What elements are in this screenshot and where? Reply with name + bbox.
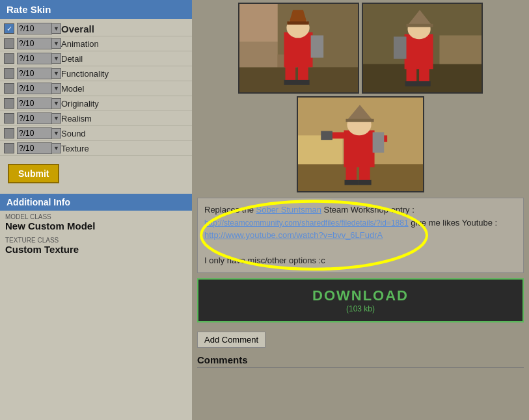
- svg-rect-23: [419, 67, 429, 83]
- functionality-select[interactable]: ?/101/102/103/10 4/105/106/10 7/108/109/…: [17, 68, 52, 79]
- svg-rect-32: [346, 119, 373, 122]
- svg-rect-33: [331, 132, 346, 138]
- download-button[interactable]: DOWNLOAD (103 kb): [197, 278, 524, 322]
- overall-arrow[interactable]: ▼: [52, 23, 61, 34]
- overall-label: Overall: [61, 23, 94, 34]
- model-select-wrapper: ?/101/102/103/10 4/105/106/10 7/108/109/…: [17, 83, 61, 94]
- animation-select[interactable]: ?/101/102/103/10 4/105/106/10 7/108/109/…: [17, 38, 52, 49]
- animation-arrow[interactable]: ▼: [52, 38, 61, 49]
- description-box: Replaces the Sober Stuntsman Steam Works…: [197, 198, 524, 273]
- add-comment-section: Add Comment: [197, 328, 524, 352]
- realism-label: Realism: [61, 114, 92, 124]
- detail-select[interactable]: ?/101/102/103/10 4/105/106/10 7/108/109/…: [17, 53, 52, 64]
- svg-rect-21: [394, 36, 407, 59]
- main-content: Replaces the Sober Stuntsman Steam Works…: [192, 0, 529, 420]
- rate-skin-header: Rate Skin: [0, 0, 192, 19]
- screenshot-3-image: [298, 98, 423, 191]
- description-text-3: give me likes Youtube :: [409, 218, 498, 228]
- additional-info-title: Additional Info: [7, 197, 70, 207]
- screenshot-1-image: [239, 4, 358, 92]
- originality-select[interactable]: ?/101/102/103/10 4/105/106/10 7/108/109/…: [17, 98, 52, 109]
- texture-select-wrapper: ?/101/102/103/10 4/105/106/10 7/108/109/…: [17, 142, 61, 154]
- model-class-label: MODEL CLASS: [0, 211, 192, 220]
- svg-rect-22: [407, 67, 417, 83]
- model-select[interactable]: ?/101/102/103/10 4/105/106/10 7/108/109/…: [17, 83, 52, 94]
- svg-rect-16: [439, 35, 482, 64]
- svg-rect-20: [407, 24, 433, 27]
- detail-label: Detail: [61, 54, 83, 64]
- animation-select-wrapper: ?/101/102/103/10 4/105/106/10 7/108/109/…: [17, 38, 61, 49]
- svg-rect-38: [359, 166, 370, 181]
- rating-row-functionality: ?/101/102/103/10 4/105/106/10 7/108/109/…: [0, 66, 192, 81]
- sound-select[interactable]: ?/101/102/103/10 4/105/106/10 7/108/109/…: [17, 127, 52, 139]
- download-section: DOWNLOAD (103 kb): [197, 278, 524, 322]
- misc-options-text: I only have misc/other options :c: [204, 256, 325, 265]
- svg-rect-37: [346, 166, 357, 181]
- detail-select-wrapper: ?/101/102/103/10 4/105/106/10 7/108/109/…: [17, 53, 61, 64]
- svg-rect-3: [239, 4, 278, 42]
- overall-select-wrapper: ?/10 1/102/103/10 4/105/106/10 7/108/109…: [17, 23, 61, 34]
- realism-arrow[interactable]: ▼: [52, 113, 61, 124]
- steam-link[interactable]: http://steamcommunity.com/sharedfiles/fi…: [204, 218, 409, 228]
- svg-rect-11: [298, 66, 308, 81]
- add-comment-button[interactable]: Add Comment: [197, 332, 265, 348]
- sound-select-wrapper: ?/101/102/103/10 4/105/106/10 7/108/109/…: [17, 127, 61, 139]
- originality-select-wrapper: ?/101/102/103/10 4/105/106/10 7/108/109/…: [17, 98, 61, 109]
- texture-arrow[interactable]: ▼: [52, 143, 61, 153]
- submit-button[interactable]: Submit: [8, 164, 59, 183]
- sound-arrow[interactable]: ▼: [52, 128, 61, 138]
- rating-row-sound: ?/101/102/103/10 4/105/106/10 7/108/109/…: [0, 126, 192, 141]
- animation-checkbox[interactable]: [4, 38, 14, 49]
- realism-checkbox[interactable]: [4, 113, 14, 124]
- sound-checkbox[interactable]: [4, 128, 14, 138]
- rating-row-detail: ?/101/102/103/10 4/105/106/10 7/108/109/…: [0, 51, 192, 66]
- functionality-label: Functionality: [61, 69, 109, 79]
- svg-rect-29: [344, 130, 375, 167]
- realism-select[interactable]: ?/101/102/103/10 4/105/106/10 7/108/109/…: [17, 112, 52, 124]
- texture-select[interactable]: ?/101/102/103/10 4/105/106/10 7/108/109/…: [17, 142, 52, 154]
- rating-row-overall: ✓ ?/10 1/102/103/10 4/105/106/10 7/108/1…: [0, 21, 192, 36]
- sidebar: Rate Skin ✓ ?/10 1/102/103/10 4/105/106/…: [0, 0, 192, 420]
- model-label: Model: [61, 84, 84, 94]
- animation-label: Animation: [61, 39, 99, 49]
- svg-rect-40: [358, 180, 372, 185]
- svg-rect-35: [321, 131, 332, 140]
- youtube-link[interactable]: http://www.youtube.com/watch?v=bvv_6LFud…: [204, 230, 383, 240]
- overall-select[interactable]: ?/10 1/102/103/10 4/105/106/10 7/108/109…: [17, 23, 52, 34]
- download-size: (103 kb): [206, 304, 515, 313]
- rating-row-texture: ?/101/102/103/10 4/105/106/10 7/108/109/…: [0, 141, 192, 156]
- model-arrow[interactable]: ▼: [52, 83, 61, 94]
- functionality-arrow[interactable]: ▼: [52, 68, 61, 79]
- additional-info-header: Additional Info: [0, 194, 192, 211]
- detail-checkbox[interactable]: [4, 53, 14, 64]
- rating-row-animation: ?/101/102/103/10 4/105/106/10 7/108/109/…: [0, 36, 192, 51]
- sober-stuntsman-link[interactable]: Sober Stuntsman: [256, 205, 321, 215]
- svg-rect-13: [297, 80, 310, 85]
- svg-rect-28: [298, 135, 343, 164]
- overall-checkbox[interactable]: ✓: [4, 23, 14, 34]
- screenshot-1: [238, 3, 359, 94]
- svg-rect-12: [284, 80, 297, 85]
- rating-row-model: ?/101/102/103/10 4/105/106/10 7/108/109/…: [0, 81, 192, 96]
- texture-class-label: TEXTURE CLASS: [0, 234, 192, 244]
- svg-rect-25: [418, 81, 431, 86]
- sound-label: Sound: [61, 129, 86, 138]
- svg-rect-17: [405, 34, 433, 69]
- screenshot-2: [362, 3, 483, 94]
- model-checkbox[interactable]: [4, 83, 14, 94]
- realism-select-wrapper: ?/101/102/103/10 4/105/106/10 7/108/109/…: [17, 112, 61, 124]
- functionality-checkbox[interactable]: [4, 68, 14, 79]
- svg-rect-10: [285, 66, 295, 81]
- texture-label: Texture: [61, 144, 89, 153]
- comments-title: Comments: [197, 354, 248, 365]
- originality-checkbox[interactable]: [4, 98, 14, 109]
- rate-skin-title: Rate Skin: [7, 4, 51, 15]
- download-label: DOWNLOAD: [312, 287, 409, 304]
- texture-checkbox[interactable]: [4, 143, 14, 153]
- rating-row-originality: ?/101/102/103/10 4/105/106/10 7/108/109/…: [0, 96, 192, 111]
- originality-arrow[interactable]: ▼: [52, 98, 61, 109]
- svg-rect-8: [287, 21, 308, 25]
- svg-rect-24: [405, 81, 418, 86]
- detail-arrow[interactable]: ▼: [52, 53, 61, 64]
- screenshot-2-image: [363, 4, 482, 92]
